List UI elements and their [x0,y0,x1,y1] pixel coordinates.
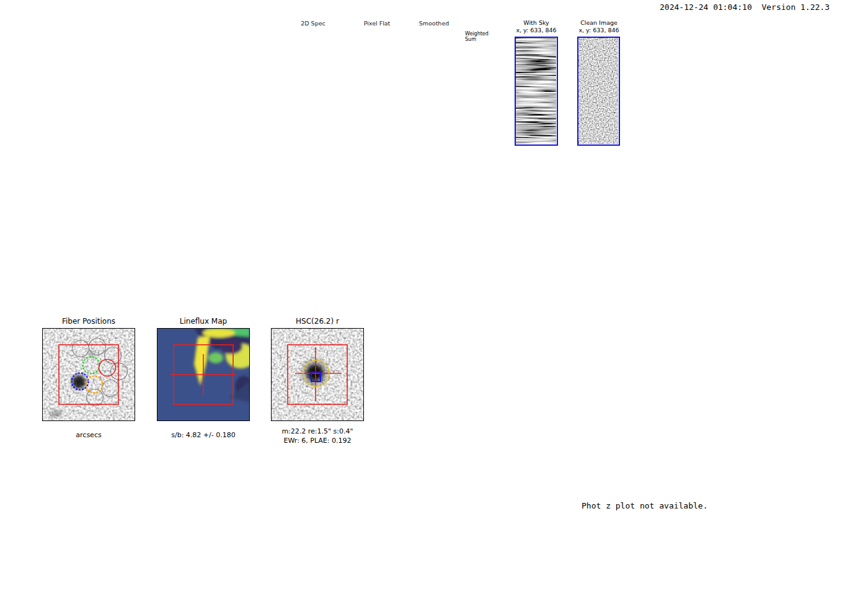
clean-image-header: Clean Image x, y: 633, 846 [565,19,633,34]
hsc-cutout-image [271,328,364,421]
fiber-positions-title: Fiber Positions [42,317,135,326]
report-timestamp-version: 2024-12-24 01:04:10 Version 1.22.3 [660,2,830,12]
photz-note: Phot z plot not available. [582,501,708,510]
clean-image-coords: x, y: 633, 846 [565,27,633,34]
with-sky-header: With Sky x, y: 633, 846 [502,19,570,34]
report-datetime: 2024-12-24 01:04:10 [660,2,752,12]
hsc-xaxis-label-1: m:22.2 re:1.5" s:0.4" [259,427,376,435]
with-sky-coords: x, y: 633, 846 [502,27,570,34]
col-title-pixel-flat: Pixel Flat [349,20,405,27]
col-title-smoothed: Smoothed [406,20,462,27]
elixer-detection-report: 2024-12-24 01:04:10 Version 1.22.3 2D Sp… [0,0,868,591]
clean-image [577,37,620,146]
with-sky-title: With Sky [502,19,570,27]
hsc-xaxis-label-2: EWr: 6, PLAE: 0.192 [259,437,376,445]
full-spectrum-chart [55,211,814,288]
fiber-xaxis-label: arcsecs [42,431,135,439]
line-fit-inset-chart [645,31,818,149]
spectral-line-marker-row [55,161,814,216]
with-sky-image [515,37,558,146]
report-version: Version 1.22.3 [761,2,830,12]
col-title-2d-spec: 2D Spec [285,20,341,27]
clean-image-title: Clean Image [565,19,633,27]
fiber-positions-image [42,328,135,421]
weighted-sum-label: Weighted Sum [465,31,489,42]
lineflux-map-title: Lineflux Map [157,317,250,326]
lineflux-map-image [157,328,250,421]
lineflux-xaxis-label: s/b: 4.82 +/- 0.180 [144,431,262,439]
hsc-cutout-title: HSC(26.2) r [271,317,364,326]
